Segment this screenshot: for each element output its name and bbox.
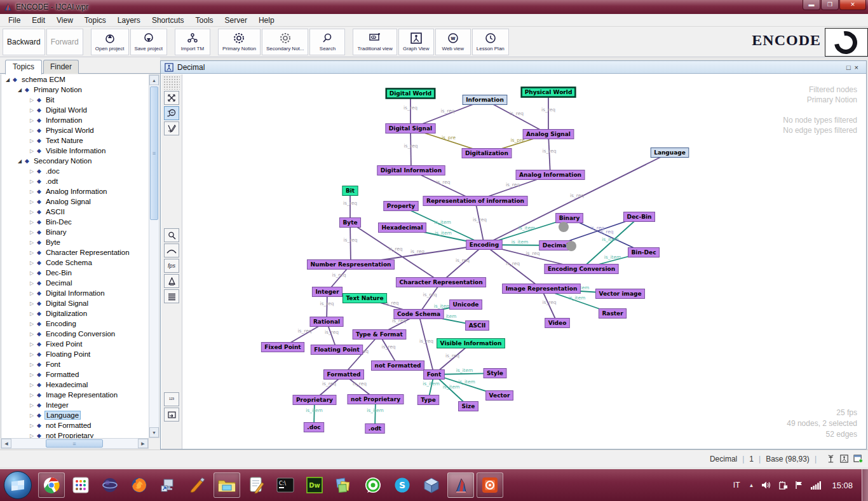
collapse-arrow-icon[interactable]: ◢ [4,77,11,83]
graph-view-button[interactable]: Graph View [398,29,434,55]
fit-view-button[interactable] [164,91,179,105]
graph-node-byte[interactable]: Byte [339,218,360,228]
graph-node-not_formatted[interactable]: not Formatted [371,361,424,371]
tree-item-information[interactable]: ▷◆Information [1,115,149,125]
graph-node-integer[interactable]: Integer [312,287,342,297]
tree-item-text-nature[interactable]: ▷◆Text Nature [1,135,149,146]
tree-item-bit[interactable]: ▷◆Bit [1,95,149,105]
graph-node-binary[interactable]: Binary [556,214,583,223]
window-status-icon[interactable] [853,455,863,463]
graph-node-digital_information[interactable]: Digital Information [377,166,445,175]
expand-arrow-icon[interactable]: ▷ [28,168,36,174]
graph-node-encoding[interactable]: Encoding [466,240,502,250]
tree-item-formatted[interactable]: ▷◆Formatted [1,369,149,380]
panel-maximize-icon[interactable]: □ [846,64,855,71]
secondary-not-button[interactable]: Secondary Not... [262,29,309,55]
tree-item-character-representation[interactable]: ▷◆Character Representation [1,247,149,257]
expand-arrow-icon[interactable]: ▷ [28,240,36,245]
graph-node-unicode[interactable]: Unicode [450,300,482,310]
tree-item-digitalization[interactable]: ▷◆Digitalization [1,308,149,319]
tree-item-integer[interactable]: ▷◆Integer [1,400,149,410]
expand-arrow-icon[interactable]: ▷ [28,321,36,327]
expand-arrow-icon[interactable]: ▷ [28,179,36,184]
tray-expand-icon[interactable]: ▲ [749,483,754,488]
expand-arrow-icon[interactable]: ▷ [28,291,36,296]
graph-node-video[interactable]: Video [545,319,570,328]
menu-help[interactable]: Help [253,15,280,26]
menu-topics[interactable]: Topics [79,15,112,26]
graph-node-bin_dec[interactable]: Bin-Dec [628,248,660,257]
expand-arrow-icon[interactable]: ▷ [28,148,36,154]
graph-node-style[interactable]: Style [484,369,506,378]
expand-arrow-icon[interactable]: ▷ [28,331,36,337]
expand-arrow-icon[interactable]: ▷ [28,230,36,235]
graph-node-information[interactable]: Information [463,95,507,105]
close-button[interactable]: ✕ [839,0,866,10]
tab-topics[interactable]: Topics [5,60,42,74]
collapse-arrow-icon[interactable]: ◢ [16,158,24,164]
graph-node-language[interactable]: Language [651,148,689,158]
tree-item-byte[interactable]: ▷◆Byte [1,237,149,247]
taskbar-app-notepad[interactable] [243,472,269,498]
tree-item-font[interactable]: ▷◆Font [1,359,149,369]
toolbar-grip[interactable] [163,76,180,90]
arc-button[interactable] [164,244,179,257]
graph-node-text_nature[interactable]: Text Nature [342,294,386,303]
graph-node-vector[interactable]: Vector [486,391,513,401]
tree-item-hexadecimal[interactable]: ▷◆Hexadecimal [1,380,149,390]
menu-shortcuts[interactable]: Shortcuts [146,15,190,26]
scrollbar-thumb[interactable] [150,86,158,220]
graph-node-encoding_conversion[interactable]: Encoding Conversion [545,264,618,274]
graph-node-image_representation[interactable]: Image Representation [503,284,581,294]
tree-vertical-scrollbar[interactable]: ▲ ▼ [149,74,159,438]
forward-button[interactable]: Forward [46,29,83,55]
graph-node-hexadecimal[interactable]: Hexadecimal [378,223,426,233]
expand-arrow-icon[interactable]: ▷ [28,209,36,215]
fps-button[interactable]: fps [164,259,179,273]
graph-node-not_proprietary[interactable]: not Proprietary [348,395,403,404]
expand-arrow-icon[interactable]: ▷ [28,128,36,134]
graph-node-number_representation[interactable]: Number Respresentation [307,260,394,270]
web-view-button[interactable]: wWeb view [435,29,471,55]
graph-node-doc[interactable]: .doc [304,423,323,432]
taskbar-app-cube[interactable] [418,472,445,498]
graph-mode-icon[interactable] [840,455,848,463]
taskbar-app-eclipse[interactable] [97,472,123,498]
expand-arrow-icon[interactable]: ▷ [28,433,36,439]
tree-item-analog-information[interactable]: ▷◆Analog Information [1,186,149,196]
graph-node-formatted[interactable]: Formatted [323,370,363,380]
graph-node-character_representation[interactable]: Character Representation [396,278,485,287]
graph-node-visible_information[interactable]: Visible Information [437,339,505,348]
lesson-plan-button[interactable]: Lesson Plan [472,29,509,55]
graph-node-floating_point[interactable]: Floating Point [311,345,362,355]
expand-arrow-icon[interactable]: ▷ [28,352,36,357]
tree-item-dec-bin[interactable]: ▷◆Dec-Bin [1,268,149,278]
save-project-button[interactable]: Save project [130,29,167,55]
graph-node-physical_world[interactable]: Physical World [522,88,576,97]
graph-node-digitalization[interactable]: Digitalization [462,149,512,158]
graph-node-dec_bin[interactable]: Dec-Bin [624,212,655,222]
edit-pen-button[interactable] [164,121,179,135]
tree-item-secondary-notion[interactable]: ◢◆Secondary Notion [1,156,149,166]
tree-item-not-formatted[interactable]: ▷◆not Formatted [1,420,149,430]
graph-node-rational[interactable]: Rational [310,317,343,327]
menu-server[interactable]: Server [219,15,253,26]
graph-node-digital_world[interactable]: Digital World [386,89,435,99]
tree-item-not-proprietary[interactable]: ▷◆not Proprietary [1,430,149,438]
tree-item-encoding[interactable]: ▷◆Encoding [1,319,149,329]
taskbar-app-grid[interactable] [67,472,94,498]
graph-node-analog_signal[interactable]: Analog Signal [523,130,574,139]
taskbar-app-orange-app[interactable] [477,472,503,498]
tree-item-floating-point[interactable]: ▷◆Floating Point [1,349,149,359]
taskbar-app-encode-app[interactable] [447,472,474,498]
expand-arrow-icon[interactable]: ▷ [28,362,36,367]
graph-node-property[interactable]: Property [384,202,418,211]
expand-arrow-icon[interactable]: ▷ [28,423,36,429]
layers-lines-button[interactable] [164,289,179,303]
menu-layers[interactable]: Layers [112,15,146,26]
graph-node-ascii[interactable]: ASCII [466,321,489,331]
menu-edit[interactable]: Edit [26,15,51,26]
tree-item-visible-information[interactable]: ▷◆Visible Information [1,146,149,156]
expand-arrow-icon[interactable]: ▷ [28,107,36,113]
tree-item-schema-ecm[interactable]: ◢◆schema ECM [1,74,149,85]
